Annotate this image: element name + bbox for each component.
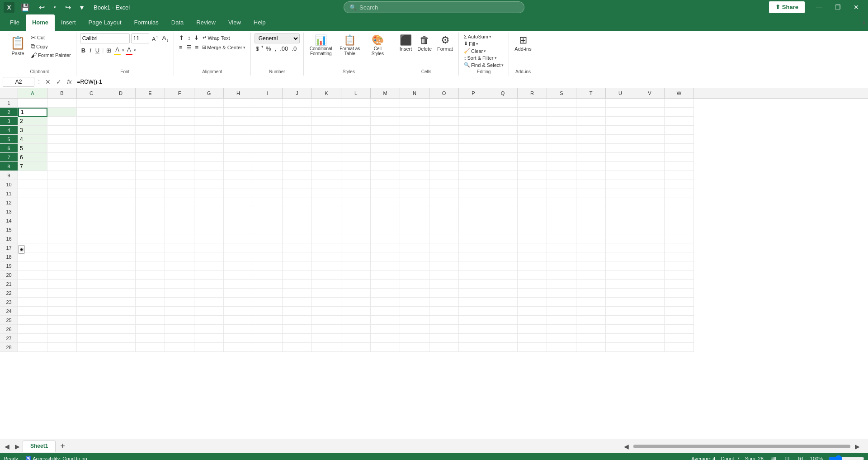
- cell-S19[interactable]: [547, 261, 576, 270]
- cell-V21[interactable]: [635, 280, 665, 289]
- cell-W24[interactable]: [665, 307, 694, 316]
- cell-U22[interactable]: [606, 289, 635, 298]
- cell-F7[interactable]: [165, 153, 194, 162]
- cell-S11[interactable]: [547, 189, 576, 198]
- cell-I19[interactable]: [253, 261, 283, 270]
- cell-I1[interactable]: [253, 99, 283, 108]
- cell-G11[interactable]: [194, 189, 224, 198]
- cell-T11[interactable]: [576, 189, 606, 198]
- cell-A21[interactable]: [18, 280, 47, 289]
- cell-K22[interactable]: [312, 289, 341, 298]
- cell-N18[interactable]: [400, 252, 429, 261]
- cell-K21[interactable]: [312, 280, 341, 289]
- cell-N4[interactable]: [400, 126, 429, 135]
- row-num-28[interactable]: 28: [0, 343, 18, 352]
- cell-B12[interactable]: [47, 198, 77, 207]
- cell-D10[interactable]: [106, 180, 136, 189]
- font-color-dropdown[interactable]: ▾: [134, 48, 136, 52]
- cell-Q13[interactable]: [488, 207, 518, 216]
- cell-P28[interactable]: [459, 343, 488, 352]
- cell-J7[interactable]: [283, 153, 312, 162]
- cell-D24[interactable]: [106, 307, 136, 316]
- cell-A12[interactable]: [18, 198, 47, 207]
- cell-P2[interactable]: [459, 108, 488, 117]
- cell-G19[interactable]: [194, 261, 224, 270]
- number-format-select[interactable]: General Number Currency Date Percentage …: [255, 33, 300, 43]
- scroll-left-button[interactable]: ◀: [621, 441, 632, 452]
- cell-Q8[interactable]: [488, 162, 518, 171]
- cell-R3[interactable]: [518, 117, 547, 126]
- cell-I9[interactable]: [253, 171, 283, 180]
- col-header-U[interactable]: U: [606, 88, 635, 98]
- cell-E8[interactable]: [136, 162, 165, 171]
- cell-N7[interactable]: [400, 153, 429, 162]
- merge-center-dropdown[interactable]: ▾: [243, 45, 245, 50]
- formula-input[interactable]: [75, 77, 865, 87]
- cell-J26[interactable]: [283, 325, 312, 334]
- cell-I13[interactable]: [253, 207, 283, 216]
- cell-E25[interactable]: [136, 316, 165, 325]
- cell-R21[interactable]: [518, 280, 547, 289]
- col-header-O[interactable]: O: [429, 88, 459, 98]
- cell-N22[interactable]: [400, 289, 429, 298]
- cell-C22[interactable]: [77, 289, 106, 298]
- col-header-S[interactable]: S: [547, 88, 576, 98]
- cell-L22[interactable]: [341, 289, 371, 298]
- cell-D15[interactable]: [106, 225, 136, 234]
- align-middle-button[interactable]: ↕: [186, 33, 192, 42]
- row-num-9[interactable]: 9: [0, 171, 18, 180]
- col-header-F[interactable]: F: [165, 88, 194, 98]
- cell-M20[interactable]: [371, 270, 400, 280]
- cell-V23[interactable]: [635, 298, 665, 307]
- cell-P8[interactable]: [459, 162, 488, 171]
- row-num-16[interactable]: 16: [0, 234, 18, 243]
- cell-J8[interactable]: [283, 162, 312, 171]
- cell-Q27[interactable]: [488, 334, 518, 343]
- increase-font-button[interactable]: A↑: [151, 33, 160, 43]
- cell-D19[interactable]: [106, 261, 136, 270]
- cell-L6[interactable]: [341, 144, 371, 153]
- tab-review[interactable]: Review: [190, 14, 222, 31]
- cell-N6[interactable]: [400, 144, 429, 153]
- cell-H9[interactable]: [224, 171, 253, 180]
- cell-R19[interactable]: [518, 261, 547, 270]
- cell-M6[interactable]: [371, 144, 400, 153]
- cell-T10[interactable]: [576, 180, 606, 189]
- cell-E14[interactable]: [136, 216, 165, 225]
- tab-page-layout[interactable]: Page Layout: [82, 14, 128, 31]
- row-num-21[interactable]: 21: [0, 280, 18, 289]
- cell-W22[interactable]: [665, 289, 694, 298]
- cell-F17[interactable]: [165, 243, 194, 252]
- cell-W7[interactable]: [665, 153, 694, 162]
- cell-I23[interactable]: [253, 298, 283, 307]
- cell-M14[interactable]: [371, 216, 400, 225]
- cell-M15[interactable]: [371, 225, 400, 234]
- cell-B25[interactable]: [47, 316, 77, 325]
- cell-A28[interactable]: [18, 343, 47, 352]
- cell-B15[interactable]: [47, 225, 77, 234]
- cell-R14[interactable]: [518, 216, 547, 225]
- cell-A11[interactable]: [18, 189, 47, 198]
- cell-C24[interactable]: [77, 307, 106, 316]
- cell-M16[interactable]: [371, 234, 400, 243]
- cell-H2[interactable]: [224, 108, 253, 117]
- fill-button[interactable]: ⬇ Fill ▾: [462, 40, 480, 47]
- cell-E28[interactable]: [136, 343, 165, 352]
- cell-R9[interactable]: [518, 171, 547, 180]
- cell-T21[interactable]: [576, 280, 606, 289]
- cell-D14[interactable]: [106, 216, 136, 225]
- clear-dropdown[interactable]: ▾: [484, 49, 486, 53]
- cell-C3[interactable]: [77, 117, 106, 126]
- cell-F15[interactable]: [165, 225, 194, 234]
- merge-center-button[interactable]: ⊞ Merge & Center ▾: [201, 43, 247, 52]
- cell-T4[interactable]: [576, 126, 606, 135]
- cell-J28[interactable]: [283, 343, 312, 352]
- cell-C14[interactable]: [77, 216, 106, 225]
- cell-O2[interactable]: [429, 108, 459, 117]
- cell-F3[interactable]: [165, 117, 194, 126]
- cell-H18[interactable]: [224, 252, 253, 261]
- cell-H10[interactable]: [224, 180, 253, 189]
- cell-T27[interactable]: [576, 334, 606, 343]
- cell-S23[interactable]: [547, 298, 576, 307]
- cell-U14[interactable]: [606, 216, 635, 225]
